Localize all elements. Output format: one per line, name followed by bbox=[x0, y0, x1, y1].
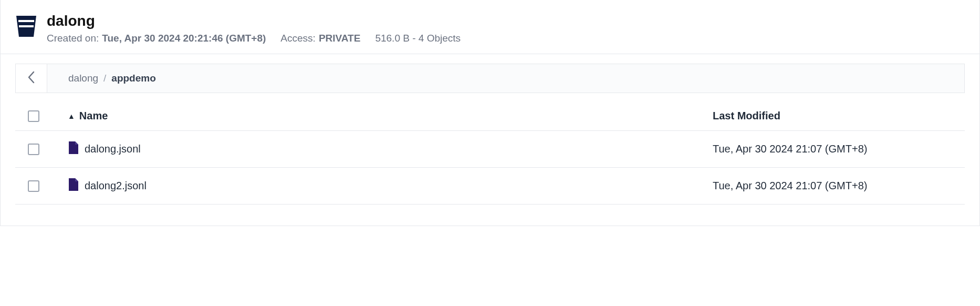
file-modified: Tue, Apr 30 2024 21:07 (GMT+8) bbox=[713, 143, 965, 155]
back-button[interactable] bbox=[16, 64, 47, 93]
size-objects-stat: 516.0 B - 4 Objects bbox=[375, 33, 461, 44]
access-value: PRIVATE bbox=[319, 33, 361, 44]
name-column-header[interactable]: ▲ Name bbox=[52, 110, 713, 122]
breadcrumb: dalong / appdemo bbox=[47, 64, 156, 93]
file-icon bbox=[68, 177, 79, 195]
created-label: Created on: bbox=[47, 33, 99, 44]
bucket-icon bbox=[15, 14, 37, 40]
row-checkbox-cell bbox=[15, 180, 52, 192]
breadcrumb-separator: / bbox=[103, 73, 106, 84]
bucket-meta-row: Created on: Tue, Apr 30 2024 20:21:46 (G… bbox=[47, 33, 461, 44]
modified-column-header[interactable]: Last Modified bbox=[713, 110, 965, 122]
row-checkbox[interactable] bbox=[28, 144, 39, 155]
bucket-title: dalong bbox=[47, 13, 461, 29]
file-name: dalong.jsonl bbox=[85, 143, 141, 155]
modified-column-label: Last Modified bbox=[713, 110, 780, 121]
object-browser: dalong / appdemo ▲ Name Last Modified bbox=[1, 54, 979, 226]
breadcrumb-current: appdemo bbox=[111, 73, 155, 84]
row-checkbox[interactable] bbox=[28, 180, 39, 192]
bucket-browser-container: dalong Created on: Tue, Apr 30 2024 20:2… bbox=[0, 0, 980, 226]
select-all-checkbox[interactable] bbox=[28, 110, 39, 122]
sort-asc-icon: ▲ bbox=[68, 112, 75, 120]
file-name: dalong2.jsonl bbox=[85, 180, 147, 192]
table-row[interactable]: dalong.jsonl Tue, Apr 30 2024 21:07 (GMT… bbox=[15, 131, 965, 168]
select-all-cell bbox=[15, 110, 52, 122]
file-name-cell: dalong.jsonl bbox=[52, 140, 713, 158]
bucket-header: dalong Created on: Tue, Apr 30 2024 20:2… bbox=[1, 0, 979, 54]
svg-rect-0 bbox=[18, 20, 34, 22]
breadcrumb-bar: dalong / appdemo bbox=[15, 64, 965, 93]
chevron-left-icon bbox=[27, 70, 36, 87]
breadcrumb-root-link[interactable]: dalong bbox=[68, 73, 98, 84]
bucket-header-info: dalong Created on: Tue, Apr 30 2024 20:2… bbox=[47, 13, 461, 44]
row-checkbox-cell bbox=[15, 144, 52, 155]
file-table: ▲ Name Last Modified bbox=[15, 101, 965, 205]
name-column-label: Name bbox=[79, 110, 108, 122]
access-label: Access: bbox=[280, 33, 316, 44]
table-header-row: ▲ Name Last Modified bbox=[15, 101, 965, 131]
file-modified: Tue, Apr 30 2024 21:07 (GMT+8) bbox=[713, 180, 965, 192]
file-icon bbox=[68, 140, 79, 158]
svg-rect-1 bbox=[19, 25, 34, 27]
created-value: Tue, Apr 30 2024 20:21:46 (GMT+8) bbox=[102, 33, 266, 44]
table-row[interactable]: dalong2.jsonl Tue, Apr 30 2024 21:07 (GM… bbox=[15, 168, 965, 205]
created-meta: Created on: Tue, Apr 30 2024 20:21:46 (G… bbox=[47, 33, 266, 44]
access-meta: Access: PRIVATE bbox=[280, 33, 360, 44]
file-name-cell: dalong2.jsonl bbox=[52, 177, 713, 195]
